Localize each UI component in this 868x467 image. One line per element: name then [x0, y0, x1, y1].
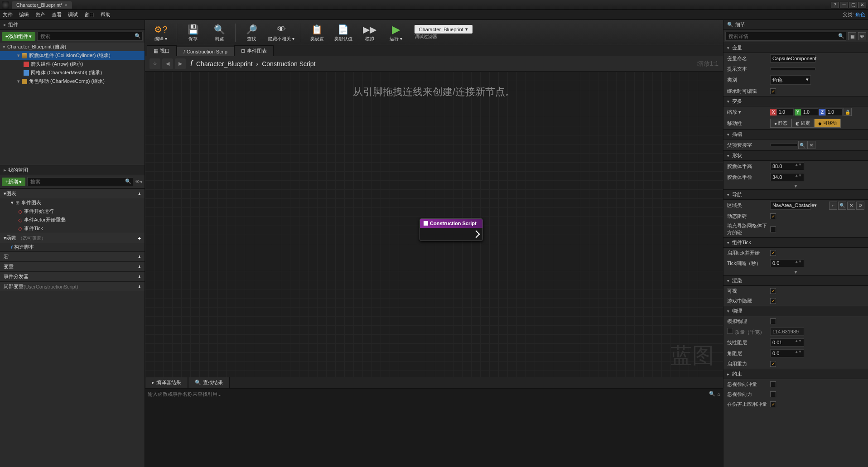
- graph-canvas[interactable]: 从引脚拖拽连线来创建/连接新节点。 Construction Script 蓝图: [145, 72, 723, 377]
- parent-class-link[interactable]: 角色: [855, 12, 865, 17]
- details-search-input[interactable]: [725, 32, 846, 41]
- minimize-button[interactable]: ─: [840, 2, 848, 8]
- maximize-button[interactable]: ▢: [849, 2, 857, 8]
- function-item[interactable]: f构造脚本: [0, 243, 145, 251]
- view-options-icon[interactable]: 👁: [858, 32, 866, 40]
- local-vars-section[interactable]: 局部变量 (UserConstructionScript)+: [0, 281, 145, 291]
- view-options-icon[interactable]: 👁▾: [135, 179, 143, 185]
- viewport-tab[interactable]: ▦ 视口: [147, 45, 177, 56]
- reset-icon[interactable]: ✕: [847, 202, 855, 210]
- event-item[interactable]: ◇事件Tick: [0, 224, 145, 233]
- property-matrix-icon[interactable]: ▦: [848, 32, 856, 40]
- browse-button[interactable]: 🔍浏览: [207, 21, 231, 44]
- tab-close-icon[interactable]: ×: [64, 2, 67, 8]
- exec-output-pin[interactable]: [473, 231, 480, 238]
- menu-edit[interactable]: 编辑: [19, 11, 29, 18]
- menu-file[interactable]: 文件: [3, 11, 13, 18]
- component-item[interactable]: ▾角色移动 (CharMoveComp) (继承): [0, 77, 145, 86]
- simulate-button[interactable]: ▶▶模拟: [357, 21, 382, 44]
- expand-shape-icon[interactable]: ▼: [723, 183, 868, 189]
- start-tick-checkbox[interactable]: ✓: [770, 250, 776, 256]
- favorite-button[interactable]: ☆: [149, 58, 160, 69]
- functions-section[interactable]: ▾ 函数（29可覆盖）+: [0, 233, 145, 243]
- category-dropdown[interactable]: 角色▾: [770, 75, 811, 85]
- event-item[interactable]: ◇事件开始运行: [0, 207, 145, 216]
- search-icon[interactable]: 🔍: [709, 391, 715, 397]
- add-function-button[interactable]: +: [138, 236, 141, 241]
- tooltip-field[interactable]: [770, 67, 815, 70]
- tick-interval-field[interactable]: 0.0▲▼: [770, 259, 804, 267]
- render-section[interactable]: 渲染: [723, 275, 868, 286]
- variable-section[interactable]: 变量: [723, 43, 868, 53]
- add-variable-button[interactable]: +: [138, 264, 141, 270]
- add-macro-button[interactable]: +: [138, 254, 141, 260]
- parent-socket-field[interactable]: [770, 144, 797, 146]
- component-item[interactable]: 箭头组件 (Arrow) (继承): [0, 60, 145, 68]
- component-item[interactable]: 网格体 (CharacterMesh0) (继承): [0, 68, 145, 77]
- event-graph-item[interactable]: ▾ ⊞ 事件图表: [0, 198, 145, 207]
- mobility-static[interactable]: ● 静态: [770, 119, 791, 128]
- class-defaults-button[interactable]: 📄类默认值: [331, 21, 356, 44]
- revert-icon[interactable]: ↺: [856, 202, 864, 210]
- save-button[interactable]: 💾保存: [181, 21, 205, 44]
- add-new-button[interactable]: +新增 ▾: [2, 178, 25, 186]
- nav-back-button[interactable]: ◀: [162, 58, 173, 69]
- compile-button[interactable]: ⚙?编译 ▾: [149, 21, 173, 44]
- mobility-stationary[interactable]: ◐ 固定: [791, 119, 814, 128]
- hidden-checkbox[interactable]: ✓: [770, 298, 776, 304]
- add-dispatcher-button[interactable]: +: [138, 274, 141, 279]
- play-button[interactable]: ▶运行 ▾: [384, 21, 408, 44]
- add-component-button[interactable]: +添加组件 ▾: [2, 32, 35, 41]
- find-in-all-icon[interactable]: ⌂: [717, 391, 720, 397]
- area-class-dropdown[interactable]: NavArea_Obstacle▾: [770, 201, 811, 210]
- visible-checkbox[interactable]: ✓: [770, 288, 776, 294]
- linear-damp-field[interactable]: 0.01▲▼: [770, 338, 804, 347]
- simulate-physics-checkbox[interactable]: [770, 318, 776, 324]
- dispatchers-section[interactable]: 事件分发器+: [0, 271, 145, 281]
- macros-section[interactable]: 宏+: [0, 251, 145, 261]
- components-search-input[interactable]: [37, 32, 143, 41]
- variable-name-field[interactable]: CapsuleComponent: [770, 54, 815, 63]
- hide-unrelated-button[interactable]: 👁隐藏不相关 ▾: [265, 21, 297, 44]
- nav-back-icon[interactable]: ←: [829, 202, 837, 210]
- find-button[interactable]: 🔎查找: [239, 21, 264, 44]
- component-root[interactable]: ▾ Character_Blueprint (自身): [0, 43, 145, 51]
- constraints-section[interactable]: 约束: [723, 369, 868, 379]
- menu-window[interactable]: 窗口: [84, 11, 94, 18]
- variables-section[interactable]: 变量+: [0, 261, 145, 271]
- menu-debug[interactable]: 调试: [68, 11, 78, 18]
- tick-section[interactable]: 组件Tick: [723, 237, 868, 248]
- component-item[interactable]: ▾胶囊体组件 (CollisionCylinder) (继承): [0, 51, 145, 60]
- fill-nav-checkbox[interactable]: [770, 226, 776, 232]
- expand-tick-icon[interactable]: ▼: [723, 269, 868, 275]
- transform-section[interactable]: 变换: [723, 96, 868, 106]
- find-input[interactable]: [148, 391, 709, 397]
- graphs-section[interactable]: ▾ 图表+: [0, 188, 145, 198]
- mobility-movable[interactable]: ◆ 可移动: [814, 119, 841, 128]
- browse-icon[interactable]: 🔍: [838, 202, 846, 210]
- half-height-field[interactable]: 88.0▲▼: [770, 162, 804, 170]
- shape-section[interactable]: 形状: [723, 150, 868, 161]
- ignore-radial-force-checkbox[interactable]: [770, 391, 776, 397]
- pick-socket-icon[interactable]: 🔍: [798, 141, 806, 149]
- lock-scale-icon[interactable]: 🔒: [844, 108, 852, 116]
- ignore-radial-impulse-checkbox[interactable]: [770, 381, 776, 387]
- radius-field[interactable]: 34.0▲▼: [770, 173, 804, 181]
- add-graph-button[interactable]: +: [138, 191, 141, 197]
- dynamic-obstacle-checkbox[interactable]: ✓: [770, 213, 776, 219]
- document-tab[interactable]: Character_Blueprint* ×: [12, 1, 72, 9]
- add-local-var-button[interactable]: +: [138, 284, 141, 289]
- class-settings-button[interactable]: 📋类设置: [305, 21, 329, 44]
- mass-override-checkbox[interactable]: [727, 328, 733, 334]
- editable-checkbox[interactable]: ✓: [770, 88, 776, 94]
- clear-socket-icon[interactable]: ✕: [807, 141, 815, 149]
- construction-script-node[interactable]: Construction Script: [420, 218, 483, 241]
- physics-section[interactable]: 物理: [723, 306, 868, 316]
- find-results-tab[interactable]: 🔍 查找结果: [188, 377, 230, 388]
- nav-section[interactable]: 导航: [723, 189, 868, 200]
- nav-forward-button[interactable]: ▶: [175, 58, 186, 69]
- event-graph-tab[interactable]: ⊞ 事件图表: [234, 45, 274, 56]
- socket-section[interactable]: 插槽: [723, 129, 868, 140]
- apply-impulse-damage-checkbox[interactable]: ✓: [770, 401, 776, 407]
- myblueprint-search-input[interactable]: [27, 177, 133, 186]
